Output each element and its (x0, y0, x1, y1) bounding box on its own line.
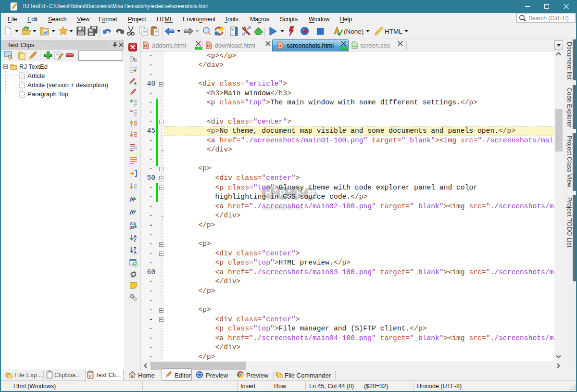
svg-text:css: css (352, 45, 357, 48)
